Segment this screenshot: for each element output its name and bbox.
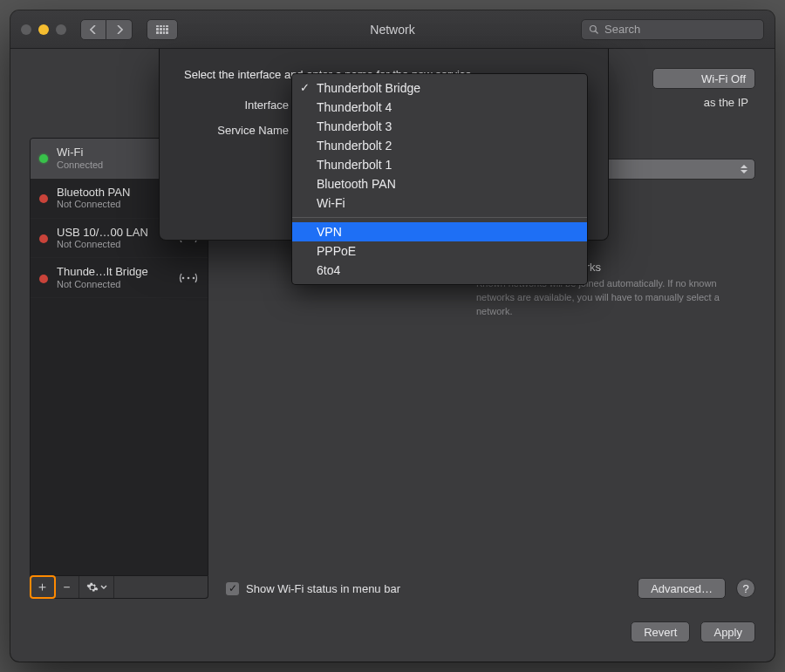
minimize-icon[interactable] — [38, 24, 49, 35]
dropdown-item[interactable]: VPN — [292, 222, 587, 241]
service-list-footer: ＋ － — [30, 576, 208, 599]
svg-point-6 — [188, 276, 190, 279]
help-icon: ? — [742, 582, 748, 595]
status-dot-icon — [39, 154, 48, 163]
dropdown-item[interactable]: Thunderbolt 4 — [292, 98, 587, 117]
service-status: Not Connected — [57, 279, 148, 290]
zoom-icon[interactable] — [56, 24, 66, 35]
svg-point-5 — [182, 276, 185, 279]
dropdown-item[interactable]: Wi-Fi — [292, 193, 587, 213]
dropdown-item[interactable]: 6to4 — [292, 261, 587, 280]
apply-label: Apply — [713, 626, 742, 639]
add-service-button[interactable]: ＋ — [31, 576, 55, 598]
service-name: Bluetooth PAN — [57, 186, 130, 200]
advanced-button[interactable]: Advanced… — [638, 578, 726, 599]
dropdown-item[interactable]: Thunderbolt 3 — [292, 117, 587, 136]
svg-point-7 — [193, 276, 195, 279]
back-button[interactable] — [80, 19, 106, 40]
chevron-down-icon — [100, 585, 107, 590]
dropdown-item[interactable]: Thunderbolt 1 — [292, 155, 587, 174]
svg-point-0 — [590, 25, 597, 31]
ip-text-fragment: as the IP — [704, 96, 748, 109]
forward-button[interactable] — [106, 19, 133, 40]
wifi-off-label: Wi-Fi Off — [701, 72, 746, 85]
stepper-icon — [741, 165, 747, 173]
show-all-button[interactable] — [147, 19, 178, 40]
help-button[interactable]: ? — [736, 579, 755, 598]
search-placeholder: Search — [604, 23, 640, 36]
ethernet-icon — [178, 270, 199, 286]
plus-icon: ＋ — [36, 579, 49, 595]
network-window: Network Search Wi-Fi Connected — [10, 10, 775, 662]
traffic-lights — [21, 24, 66, 35]
service-status: Not Connected — [57, 239, 148, 250]
revert-label: Revert — [644, 626, 677, 639]
show-status-label: Show Wi-Fi status in menu bar — [246, 582, 400, 595]
turn-wifi-off-button[interactable]: Wi-Fi Off — [652, 68, 755, 89]
service-name: Wi-Fi — [57, 146, 103, 160]
dropdown-item[interactable]: PPPoE — [292, 241, 587, 261]
search-input[interactable]: Search — [581, 19, 764, 40]
nav-segment — [80, 19, 133, 40]
service-status: Connected — [57, 160, 103, 171]
service-name-label: Service Name — [184, 124, 289, 137]
show-status-row: ✓ Show Wi-Fi status in menu bar — [226, 582, 400, 595]
status-dot-icon — [39, 275, 48, 283]
titlebar: Network Search — [10, 10, 775, 49]
service-name: Thunde…lt Bridge — [57, 265, 148, 279]
window-footer: Revert Apply — [10, 616, 775, 662]
service-status: Not Connected — [57, 199, 130, 210]
status-dot-icon — [39, 234, 48, 243]
interface-dropdown: Thunderbolt Bridge Thunderbolt 4 Thunder… — [291, 73, 588, 285]
dropdown-separator — [292, 217, 587, 218]
close-icon[interactable] — [21, 24, 31, 35]
dropdown-item[interactable]: Bluetooth PAN — [292, 174, 587, 193]
service-row-thunderbolt-bridge[interactable]: Thunde…lt Bridge Not Connected — [31, 258, 208, 298]
interface-label: Interface — [184, 98, 289, 112]
remove-service-button[interactable]: － — [55, 576, 79, 598]
advanced-label: Advanced… — [651, 582, 713, 595]
grid-icon — [156, 25, 168, 34]
service-name: USB 10/…00 LAN — [57, 226, 148, 240]
service-actions-button[interactable] — [79, 576, 114, 598]
minus-icon: － — [60, 579, 73, 595]
gear-icon — [86, 581, 99, 594]
show-status-checkbox[interactable]: ✓ — [226, 582, 239, 595]
revert-button[interactable]: Revert — [631, 621, 690, 642]
search-icon — [589, 24, 599, 35]
svg-line-1 — [596, 31, 598, 33]
status-dot-icon — [39, 194, 48, 203]
dropdown-item[interactable]: Thunderbolt 2 — [292, 136, 587, 155]
dropdown-item[interactable]: Thunderbolt Bridge — [292, 78, 587, 98]
apply-button[interactable]: Apply — [700, 621, 755, 642]
